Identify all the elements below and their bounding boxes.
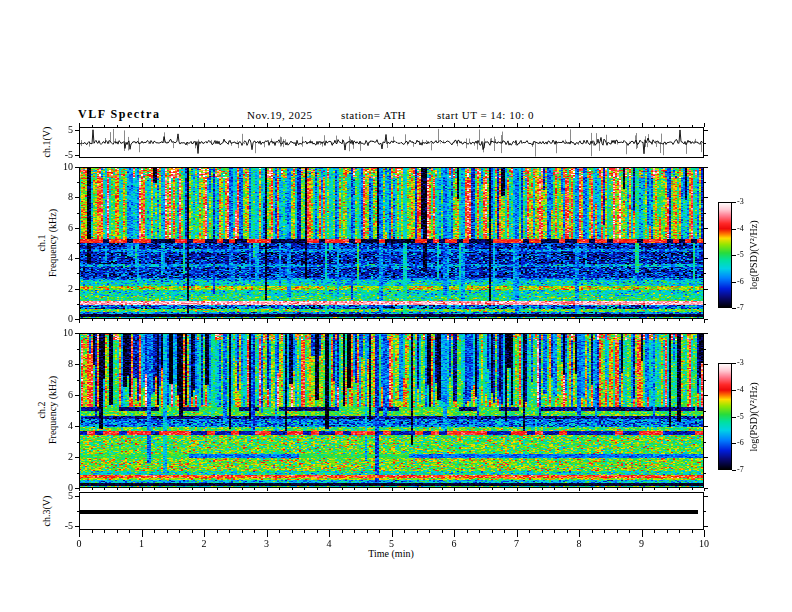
x-minor-tick: [229, 488, 230, 490]
x-minor-tick: [467, 530, 468, 533]
x-minor-tick: [404, 530, 405, 533]
ch1-frequency-units: Frequency (kHz): [47, 209, 58, 277]
x-minor-tick: [354, 488, 355, 490]
colorbar-tick: [732, 308, 736, 309]
x-minor-tick: [667, 530, 668, 533]
x-minor-tick: [679, 488, 680, 490]
x-minor-tick: [604, 488, 605, 490]
x-minor-tick: [367, 530, 368, 533]
start-ut-label: start UT = 14: 10: 0: [437, 109, 534, 121]
x-minor-tick: [567, 319, 568, 321]
y-major-tick: [704, 155, 708, 156]
colorbar-tick-label: -7: [737, 303, 757, 313]
x-minor-tick: [479, 488, 480, 490]
colorbar-tick: [732, 417, 736, 418]
x-minor-tick: [479, 319, 480, 321]
x-minor-tick: [542, 530, 543, 533]
ch1-spectrogram-canvas: [79, 167, 704, 319]
x-minor-tick: [342, 125, 343, 127]
x-minor-tick: [629, 488, 630, 490]
x-minor-tick: [367, 488, 368, 490]
x-minor-tick: [167, 125, 168, 127]
y-major-tick: [704, 488, 708, 489]
y-major-tick: [75, 130, 79, 131]
x-minor-tick: [654, 319, 655, 321]
x-minor-tick: [192, 488, 193, 490]
x-minor-tick: [504, 488, 505, 490]
colorbar-tick: [732, 202, 736, 203]
x-minor-tick: [667, 488, 668, 490]
x-minor-tick: [367, 125, 368, 127]
x-minor-tick: [254, 530, 255, 533]
x-minor-tick: [617, 125, 618, 127]
x-minor-tick: [667, 319, 668, 321]
y-minor-tick: [704, 380, 706, 381]
y-major-tick: [75, 496, 79, 497]
x-minor-tick: [317, 530, 318, 533]
x-minor-tick: [154, 530, 155, 533]
figure-title: VLF Spectra: [78, 107, 160, 122]
y-major-tick: [75, 155, 79, 156]
ch2-frequency-axis-label: ch.2 Frequency (kHz): [36, 376, 58, 444]
x-minor-tick: [654, 488, 655, 490]
x-major-tick: [329, 123, 330, 127]
x-minor-tick: [129, 530, 130, 533]
x-minor-tick: [367, 319, 368, 321]
y-major-tick: [75, 228, 79, 229]
colorbar-tick: [732, 282, 736, 283]
x-minor-tick: [167, 319, 168, 321]
x-minor-tick: [592, 319, 593, 321]
x-minor-tick: [154, 319, 155, 321]
x-minor-tick: [567, 488, 568, 490]
x-minor-tick: [304, 125, 305, 127]
y-tick-label: 0: [43, 313, 73, 325]
x-minor-tick: [292, 488, 293, 490]
x-minor-tick: [679, 319, 680, 321]
colorbar-tick: [732, 470, 736, 471]
x-major-tick: [454, 488, 455, 491]
x-minor-tick: [404, 488, 405, 490]
x-minor-tick: [442, 125, 443, 127]
x-minor-tick: [342, 530, 343, 533]
x-major-tick: [392, 488, 393, 491]
y-major-tick: [704, 228, 708, 229]
x-minor-tick: [379, 125, 380, 127]
y-minor-tick: [77, 442, 79, 443]
y-major-tick: [75, 258, 79, 259]
x-minor-tick: [429, 319, 430, 321]
y-tick-label: 5: [43, 124, 73, 136]
x-major-tick: [704, 530, 705, 537]
x-major-tick: [392, 530, 393, 537]
ch2-spectrogram-canvas: [79, 333, 704, 488]
x-minor-tick: [317, 488, 318, 490]
x-minor-tick: [179, 125, 180, 127]
x-minor-tick: [542, 488, 543, 490]
x-minor-tick: [404, 319, 405, 321]
x-minor-tick: [429, 530, 430, 533]
x-minor-tick: [167, 488, 168, 490]
y-minor-tick: [77, 143, 79, 144]
x-minor-tick: [592, 125, 593, 127]
y-major-tick: [75, 289, 79, 290]
x-minor-tick: [279, 488, 280, 490]
ch2-label: ch.2: [36, 376, 47, 444]
x-minor-tick: [304, 319, 305, 321]
y-minor-tick: [704, 304, 706, 305]
y-tick-label: 6: [43, 389, 73, 401]
x-minor-tick: [92, 125, 93, 127]
y-major-tick: [704, 319, 708, 320]
x-minor-tick: [379, 488, 380, 490]
x-major-tick: [704, 123, 705, 127]
y-minor-tick: [77, 380, 79, 381]
x-major-tick: [267, 123, 268, 127]
x-major-tick: [642, 530, 643, 537]
x-minor-tick: [292, 125, 293, 127]
y-major-tick: [704, 395, 708, 396]
x-minor-tick: [617, 530, 618, 533]
x-minor-tick: [417, 125, 418, 127]
x-tick-label: 9: [627, 538, 657, 550]
x-minor-tick: [217, 319, 218, 321]
x-major-tick: [267, 488, 268, 491]
y-minor-tick: [77, 243, 79, 244]
x-major-tick: [329, 530, 330, 537]
